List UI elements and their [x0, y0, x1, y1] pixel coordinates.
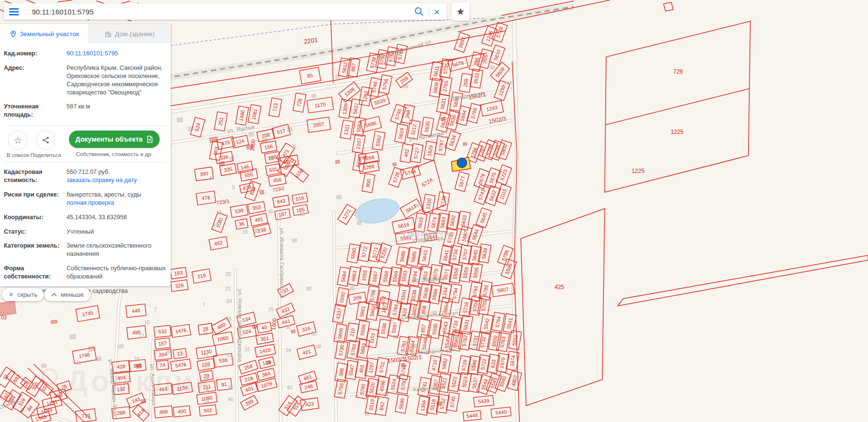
- collapse-panel-button[interactable]: меньше: [44, 288, 91, 301]
- field-row: Форма собственности:Собственность публич…: [4, 264, 166, 281]
- lot-number: 15: [203, 353, 209, 359]
- clear-search-icon[interactable]: ×: [434, 7, 440, 17]
- lot-number: 38: [227, 384, 233, 390]
- lot-number: 34: [285, 347, 291, 353]
- street-name-label: ул. Номана Челебиджихана: [237, 289, 243, 362]
- building-capital: [393, 163, 396, 166]
- building: [118, 344, 123, 349]
- building-icon: [105, 30, 112, 38]
- svg-text:193: 193: [174, 269, 183, 276]
- object-documents-button[interactable]: Документы объекта: [69, 131, 160, 148]
- lot-number: 26: [226, 316, 231, 321]
- tab-land-parcel[interactable]: Земельный участок: [0, 24, 88, 43]
- building: [357, 221, 362, 225]
- field-value-text: 587 кв.м: [67, 103, 90, 111]
- field-label: Уточненная площадь:: [4, 103, 67, 119]
- svg-text:5446: 5446: [466, 412, 478, 419]
- svg-text:5440: 5440: [495, 409, 507, 415]
- svg-text:5439: 5439: [478, 397, 490, 404]
- building: [248, 132, 254, 137]
- svg-text:85: 85: [307, 72, 313, 79]
- field-row: Риски при сделке:банкротства, аресты, су…: [4, 191, 166, 207]
- lot-number: 16: [134, 356, 139, 361]
- building: [176, 118, 183, 123]
- location-marker: [457, 158, 467, 168]
- document-icon: [146, 135, 153, 143]
- field-link[interactable]: полная проверка: [67, 199, 141, 207]
- field-value-text: Собственность публично-правовых образова…: [67, 264, 166, 281]
- lot-number: 16: [299, 211, 305, 217]
- field-value: Республика Крым, Сакский район, Ореховск…: [67, 64, 166, 97]
- building: [230, 157, 234, 160]
- object-info-panel: Земельный участок Дом (здание) Кад.номер…: [0, 24, 171, 286]
- building-capital: [259, 190, 264, 194]
- lot-number: 20: [225, 271, 231, 277]
- parcel-number-label: 1600: [271, 318, 277, 330]
- svg-text:40: 40: [261, 324, 268, 331]
- parcel-number-label: 1225: [671, 129, 684, 135]
- svg-text:390: 390: [199, 170, 208, 177]
- field-value: банкротства, аресты, судыполная проверка: [67, 191, 141, 207]
- close-icon: ×: [9, 290, 14, 299]
- add-to-list-button[interactable]: ☆ В список: [4, 131, 32, 158]
- field-label: Категория земель:: [4, 242, 67, 258]
- field-label: Форма собственности:: [4, 264, 67, 281]
- svg-text:532: 532: [158, 328, 167, 335]
- app-window: 7267231480106125162485117020075612867573…: [0, 0, 868, 422]
- field-value: 45.143304, 33.632956: [67, 213, 127, 222]
- share-button[interactable]: Поделиться: [32, 131, 60, 158]
- building-capital: [51, 320, 57, 324]
- field-value: 587 кв.м: [67, 103, 90, 119]
- field-value-text: Земли сельскохозяйственного назначения: [67, 242, 166, 258]
- building-capital: [463, 143, 467, 146]
- lot-number: 10: [144, 319, 150, 325]
- field-value: Собственность публично-правовых образова…: [67, 264, 166, 281]
- divider: [429, 7, 429, 16]
- field-row: Кад.номер:90:11:160101:5795: [4, 50, 166, 58]
- building: [292, 238, 297, 242]
- lot-number: 6: [293, 143, 296, 149]
- building: [307, 287, 312, 290]
- chevron-up-icon: [51, 293, 57, 297]
- lot-number: 23: [203, 398, 209, 404]
- svg-text:446: 446: [132, 307, 141, 314]
- search-icon[interactable]: [414, 7, 424, 16]
- field-row: Категория земель:Земли сельскохозяйствен…: [4, 242, 166, 258]
- docs-subtitle: Собственник, стоимость и др.: [76, 151, 152, 157]
- lot-number: 22: [225, 286, 231, 291]
- search-input[interactable]: 90:11:160101:5795: [32, 8, 414, 16]
- field-value-text: Республика Крым, Сакский район, Ореховск…: [67, 64, 166, 97]
- field-label: Адрес:: [4, 64, 67, 97]
- building: [96, 356, 101, 361]
- fields-bottom: Кадастровая стоимость:550 712.07 руб.зак…: [4, 168, 166, 295]
- lot-number: 8: [209, 175, 212, 181]
- field-label: Риски при сделке:: [4, 191, 67, 207]
- building-capital: [336, 160, 340, 163]
- star-icon: ★: [456, 6, 465, 17]
- svg-text:157: 157: [158, 340, 167, 347]
- svg-text:284: 284: [159, 351, 168, 358]
- lot-number: 7: [203, 302, 205, 307]
- field-value: Земли сельскохозяйственного назначения: [67, 242, 166, 258]
- tab-building[interactable]: Дом (здание): [88, 24, 171, 43]
- parcel-number-label: 1225: [632, 168, 645, 174]
- lot-number: 7: [154, 306, 157, 312]
- field-value: 90:11:160101:5795: [67, 50, 118, 58]
- svg-text:400: 400: [177, 408, 187, 415]
- lot-number: 40: [286, 384, 292, 390]
- favorites-button[interactable]: ★: [451, 2, 470, 21]
- lot-number: 7: [228, 171, 231, 177]
- field-value: Учтенный: [67, 228, 94, 236]
- field-row: Координаты:45.143304, 33.632956: [4, 213, 166, 222]
- svg-text:713: 713: [81, 412, 90, 419]
- menu-icon[interactable]: [9, 8, 19, 15]
- field-link[interactable]: заказать справку на дату: [67, 176, 137, 185]
- hide-panel-button[interactable]: × скрыть: [2, 288, 44, 301]
- svg-text:13: 13: [176, 350, 183, 357]
- cadastral-number-link[interactable]: 90:11:160101:5795: [67, 50, 118, 58]
- lot-number: 274: [503, 80, 512, 86]
- svg-text:Домклик: Домклик: [67, 364, 213, 397]
- building-capital: [291, 330, 296, 333]
- field-value-text: 45.143304, 33.632956: [67, 213, 127, 222]
- field-row: Статус:Учтенный: [4, 228, 166, 236]
